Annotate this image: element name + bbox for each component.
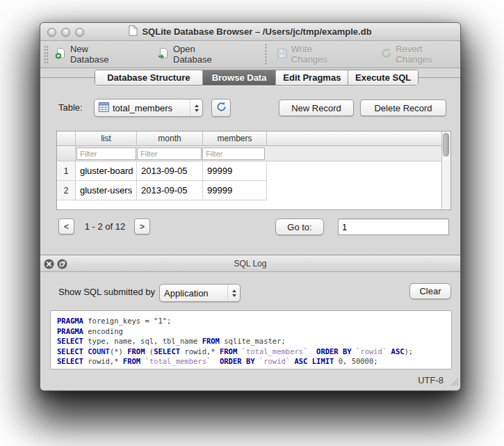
grid-filter-row — [57, 146, 450, 161]
stepper-arrows-icon — [190, 99, 202, 116]
dock-close-icon[interactable] — [44, 259, 54, 269]
tab-database-structure[interactable]: Database Structure — [95, 70, 203, 85]
write-changes-icon — [277, 48, 288, 61]
sql-log-title: SQL Log — [40, 255, 460, 271]
revert-changes-label: Revert Changes — [396, 44, 460, 65]
dock-float-icon[interactable] — [57, 259, 67, 269]
write-changes-label: Write Changes — [291, 44, 350, 65]
grid-header: list month members — [57, 132, 450, 146]
column-header-month[interactable]: month — [137, 132, 203, 145]
open-database-label: Open Database — [173, 44, 236, 65]
tab-edit-pragmas[interactable]: Edit Pragmas — [276, 70, 348, 85]
sql-log-titlebar: SQL Log — [40, 255, 460, 272]
vertical-scrollbar[interactable] — [441, 132, 450, 209]
new-database-icon — [55, 47, 67, 61]
open-database-button[interactable]: Open Database — [158, 44, 236, 65]
cell-members[interactable]: 99999 — [203, 161, 267, 181]
table-row[interactable]: 2 gluster-users 2013-09-05 99999 — [57, 181, 450, 200]
table-select-value: total_members — [113, 103, 172, 113]
stepper-arrows-icon — [227, 285, 240, 301]
new-database-label: New Database — [70, 44, 129, 65]
filter-input-month[interactable] — [137, 148, 202, 160]
refresh-button[interactable] — [211, 99, 231, 117]
record-range-label: 1 - 2 of 12 — [78, 218, 132, 234]
title-bar[interactable]: SQLite Database Browser – /Users/jc/tmp/… — [40, 23, 460, 41]
revert-changes-icon — [380, 47, 392, 61]
scrollbar-thumb[interactable] — [443, 133, 449, 157]
table-row[interactable]: 1 gluster-board 2013-09-05 99999 — [57, 161, 450, 181]
goto-record-input[interactable] — [338, 218, 449, 235]
sql-source-value: Application — [164, 288, 209, 298]
toolbar: New Database Open Database Write Changes — [40, 41, 460, 68]
sql-source-select[interactable]: Application — [159, 284, 241, 302]
tab-browse-data[interactable]: Browse Data — [203, 70, 277, 85]
row-number: 2 — [57, 181, 76, 200]
column-header-list[interactable]: list — [76, 132, 137, 145]
write-changes-button[interactable]: Write Changes — [277, 44, 350, 65]
grid-header-filler — [267, 132, 450, 145]
goto-button[interactable]: Go to: — [275, 218, 324, 235]
filter-input-members[interactable] — [202, 148, 265, 160]
grid-corner-header — [57, 132, 76, 145]
minimize-window-button[interactable] — [61, 28, 70, 37]
data-grid: list month members 1 gluster-board 2013-… — [56, 131, 451, 210]
document-icon — [129, 25, 138, 39]
toolbar-separator — [265, 43, 267, 65]
table-label: Table: — [58, 99, 83, 117]
zoom-window-button[interactable] — [75, 28, 84, 37]
filter-corner-cell — [57, 146, 76, 161]
table-select[interactable]: total_members — [94, 99, 203, 117]
sql-log-text[interactable]: PRAGMA foreign_keys = "1";PRAGMA encodin… — [50, 310, 452, 369]
cell-month[interactable]: 2013-09-05 — [137, 161, 203, 181]
next-page-button[interactable]: > — [134, 218, 150, 234]
clear-button[interactable]: Clear — [409, 283, 451, 299]
desktop-background: SQLite Database Browser – /Users/jc/tmp/… — [0, 0, 504, 446]
delete-record-button[interactable]: Delete Record — [360, 99, 446, 116]
cell-month[interactable]: 2013-09-05 — [137, 181, 203, 200]
tab-bar: Database Structure Browse Data Edit Prag… — [95, 70, 418, 86]
encoding-status: UTF-8 — [418, 375, 444, 385]
show-sql-label: Show SQL submitted by — [58, 282, 155, 302]
window-title: SQLite Database Browser – /Users/jc/tmp/… — [142, 26, 371, 37]
window-controls — [47, 28, 84, 37]
table-grid-icon — [99, 102, 109, 114]
toolbar-drag-handle[interactable] — [44, 45, 49, 63]
previous-page-button[interactable]: < — [58, 218, 74, 234]
tab-execute-sql[interactable]: Execute SQL — [348, 70, 418, 85]
filter-input-list[interactable] — [76, 148, 136, 160]
column-header-members[interactable]: members — [203, 132, 267, 145]
resize-grip[interactable] — [450, 376, 459, 389]
cell-list[interactable]: gluster-board — [76, 161, 137, 181]
cell-list[interactable]: gluster-users — [76, 181, 137, 200]
revert-changes-button[interactable]: Revert Changes — [380, 44, 460, 65]
close-window-button[interactable] — [47, 28, 56, 37]
row-number: 1 — [57, 161, 76, 181]
refresh-icon — [216, 101, 227, 116]
app-window: SQLite Database Browser – /Users/jc/tmp/… — [40, 22, 461, 391]
cell-members[interactable]: 99999 — [203, 181, 267, 200]
new-record-button[interactable]: New Record — [279, 99, 354, 116]
new-database-button[interactable]: New Database — [55, 44, 129, 65]
open-database-icon — [158, 47, 170, 61]
